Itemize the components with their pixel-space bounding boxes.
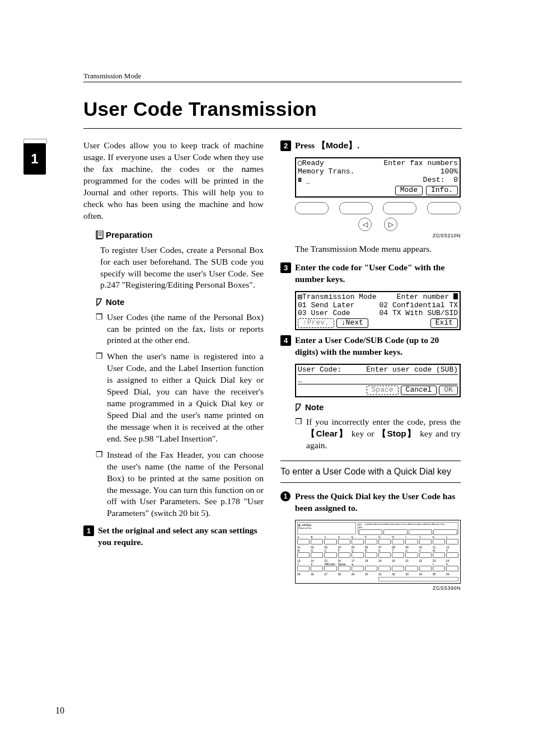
kp-hdr-key[interactable] — [383, 529, 407, 535]
quick-dial-key[interactable] — [378, 539, 391, 544]
doc-icon: ☎ _ — [298, 176, 310, 185]
exit-button[interactable]: Exit — [430, 318, 458, 328]
lcd-screen-2: ▤Transmission ModeEnter number 01 Send L… — [295, 291, 461, 331]
lcd3-input[interactable]: _ — [298, 375, 302, 384]
quick-dial-key[interactable] — [297, 552, 310, 558]
kp-label: W — [433, 549, 445, 552]
lcd-screen-1: ◯ReadyEnter fax numbers Memory Trans.100… — [295, 157, 461, 198]
lcd2-opt4: 04 TX With SUB/SID — [380, 309, 458, 318]
lcd3-prompt: Enter user code (SUB) — [366, 366, 458, 374]
quick-dial-key[interactable] — [405, 539, 418, 544]
kp-label: N — [311, 549, 323, 552]
prev-button[interactable]: ↑Prev. — [298, 318, 334, 328]
kp-label: - — [365, 562, 377, 566]
softkey[interactable] — [383, 202, 416, 214]
quick-dial-key[interactable] — [324, 539, 336, 544]
kp-label: J — [419, 536, 432, 539]
kp-header-right: ●G●St●JobStat ●Normal ●JobStat ●Interrup… — [358, 522, 458, 534]
quick-dial-key[interactable] — [392, 566, 404, 571]
quick-dial-key[interactable] — [324, 566, 336, 571]
quick-dial-key[interactable] — [352, 539, 364, 544]
kp-label: P — [338, 549, 350, 552]
quick-dial-key[interactable] — [446, 552, 458, 558]
lcd1-dest: Dest: 0 — [423, 176, 458, 185]
kp-label: Q — [352, 549, 364, 552]
kp-number: 30 — [365, 572, 377, 576]
running-head: Transmission Mode — [83, 72, 462, 82]
softkey[interactable] — [295, 202, 329, 214]
substep-1: 1 Press the Quick Dial key the User Code… — [280, 491, 461, 514]
quick-dial-key[interactable] — [338, 539, 350, 544]
kp-number: 36 — [446, 572, 458, 576]
kp-label: B — [311, 536, 323, 539]
step-2-pre: Press — [295, 140, 317, 150]
kp-number: 25 — [297, 572, 310, 576]
quick-dial-key[interactable] — [365, 552, 377, 558]
quick-dial-key[interactable] — [338, 552, 350, 558]
quick-dial-key[interactable] — [365, 566, 377, 571]
kp-label: D — [338, 536, 350, 539]
quick-dial-key[interactable] — [311, 539, 323, 544]
step-3-text: Enter the code for "User Code" with the … — [295, 262, 444, 284]
quick-dial-key[interactable] — [419, 539, 432, 544]
step-2-text: Press Mode. — [295, 140, 359, 150]
quick-dial-key[interactable] — [419, 566, 432, 571]
quick-dial-key[interactable] — [433, 552, 445, 558]
lcd2-title: ▤Transmission Mode — [298, 293, 376, 302]
space-button[interactable]: Space — [367, 386, 399, 395]
quick-dial-key[interactable] — [352, 566, 364, 571]
note2-pre: If you incorrectly enter the code, press… — [306, 417, 461, 426]
right-arrow-button[interactable]: ▷ — [384, 218, 397, 231]
lcd-figure-1: ◯ReadyEnter fax numbers Memory Trans.100… — [295, 157, 461, 239]
kp-label: S — [378, 549, 391, 552]
kp-number: 27 — [324, 572, 336, 576]
softkey-row — [295, 202, 461, 214]
quick-dial-key[interactable] — [392, 539, 404, 544]
quick-dial-key[interactable] — [365, 539, 377, 544]
kp-label: ABC/abc — [324, 562, 336, 566]
kp-number: 32 — [392, 572, 404, 576]
page-title: User Code Transmission — [83, 98, 462, 120]
quick-dial-key[interactable] — [405, 566, 418, 571]
ok-button[interactable]: OK — [439, 386, 458, 395]
quick-dial-key[interactable] — [419, 552, 432, 558]
step-number-icon: 1 — [83, 525, 94, 536]
quick-dial-key[interactable] — [433, 566, 445, 571]
kp-hdr-key[interactable] — [433, 529, 457, 535]
quick-dial-key[interactable] — [352, 552, 364, 558]
next-button[interactable]: ↓Next — [336, 318, 368, 328]
kp-label: M — [297, 549, 310, 552]
quick-dial-key[interactable] — [446, 566, 458, 571]
left-arrow-button[interactable]: ◁ — [358, 218, 372, 231]
quick-dial-key[interactable] — [392, 552, 404, 558]
kp-label — [405, 562, 418, 566]
kp-label: R — [365, 549, 377, 552]
title-rule — [83, 128, 462, 129]
substep-1-text: Press the Quick Dial key the User Code h… — [295, 491, 455, 513]
quick-dial-key[interactable] — [324, 552, 336, 558]
quick-dial-key[interactable] — [433, 539, 445, 544]
quick-dial-key[interactable] — [378, 552, 391, 558]
figure-id: ZGSS210N — [295, 232, 461, 239]
cancel-button[interactable]: Cancel — [401, 386, 437, 395]
softkey[interactable] — [427, 202, 461, 214]
kp-label: K — [433, 536, 445, 539]
quick-dial-key[interactable] — [378, 566, 391, 571]
quick-dial-key[interactable] — [311, 566, 323, 571]
quick-dial-key[interactable] — [297, 539, 310, 544]
kp-label: O — [324, 549, 336, 552]
quick-dial-key[interactable] — [446, 539, 458, 544]
mode-button[interactable]: Mode — [395, 186, 423, 195]
note-item: When the user's name is registered into … — [96, 351, 264, 444]
quick-dial-key[interactable] — [297, 566, 310, 571]
info-button[interactable]: Info. — [426, 186, 458, 195]
quick-dial-key[interactable] — [405, 552, 418, 558]
kp-hdr-key[interactable] — [359, 529, 383, 535]
preparation-label: Preparation — [106, 230, 152, 240]
kp-hdr-key[interactable] — [409, 529, 433, 535]
quick-dial-key[interactable] — [338, 566, 350, 571]
step-1: 1 Set the original and select any scan s… — [83, 525, 264, 548]
softkey[interactable] — [339, 202, 373, 214]
kp-number: 28 — [338, 572, 350, 576]
quick-dial-key[interactable] — [311, 552, 323, 558]
